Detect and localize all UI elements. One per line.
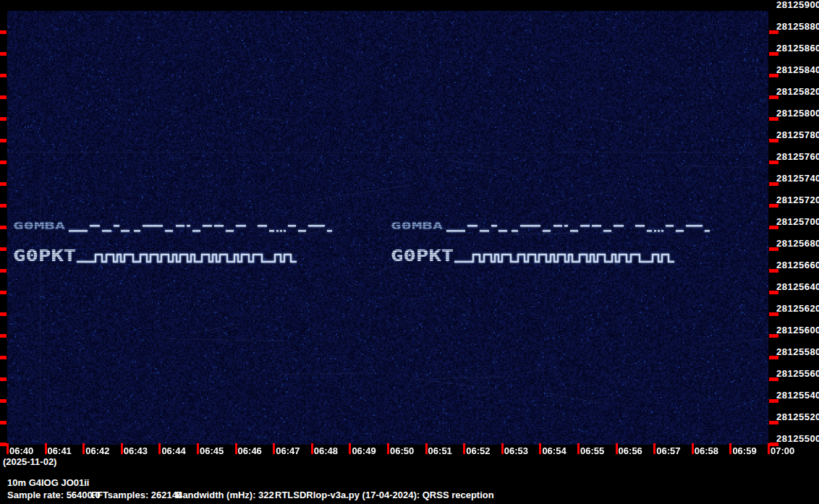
fft-samples-label: FFTsamples: 262144 (91, 490, 182, 500)
date-label: (2025-11-02) (3, 456, 56, 467)
time-tick (121, 443, 123, 454)
frequency-tick-label: 28125700 (776, 216, 819, 227)
frequency-tick-right (769, 117, 778, 121)
frequency-tick-right (769, 356, 778, 359)
frequency-tick-right (769, 161, 778, 164)
time-tick (7, 443, 9, 454)
frequency-tick-left (0, 161, 7, 164)
time-tick-label: 06:55 (580, 445, 604, 456)
time-tick (235, 443, 237, 454)
time-tick (45, 443, 47, 454)
frequency-tick-left (0, 377, 7, 381)
frequency-tick-left (0, 95, 7, 99)
frequency-tick-right (769, 182, 778, 186)
frequency-tick-right (769, 139, 778, 142)
time-tick (729, 443, 731, 454)
frequency-tick-left (0, 52, 7, 56)
frequency-tick-label: 28125820 (776, 86, 819, 97)
frequency-tick-right (769, 291, 778, 294)
time-tick (539, 443, 541, 454)
time-tick-label: 06:42 (85, 445, 109, 456)
frequency-tick-label: 28125880 (776, 21, 819, 32)
time-tick (577, 443, 580, 454)
time-tick (387, 443, 389, 454)
time-tick (425, 443, 428, 454)
frequency-tick-left (0, 312, 7, 316)
time-tick-label: 06:44 (161, 445, 185, 456)
frequency-tick-right (769, 30, 778, 34)
frequency-tick-right (769, 421, 778, 424)
time-tick-label: 06:48 (314, 445, 338, 456)
frequency-tick-label: 28125520 (776, 411, 819, 422)
frequency-tick-label: 28125760 (776, 151, 819, 162)
frequency-tick-left (0, 204, 7, 208)
frequency-tick-left (0, 139, 7, 142)
time-tick (463, 443, 465, 454)
time-tick-label: 06:53 (504, 445, 528, 456)
frequency-tick-right (769, 247, 778, 251)
frequency-tick-label: 28125800 (776, 108, 819, 119)
frequency-tick-right (769, 269, 778, 273)
frequency-tick-left (0, 443, 7, 446)
frequency-tick-label: 28125620 (776, 303, 819, 314)
bandwidth-label: Bandwidth (mHz): 322 (176, 490, 274, 500)
spectrogram-plot (7, 11, 768, 445)
time-tick-label: 06:51 (428, 445, 452, 456)
time-tick (768, 443, 770, 454)
time-tick (653, 443, 655, 454)
frequency-tick-label: 28125660 (776, 260, 819, 270)
time-tick (616, 443, 618, 454)
frequency-tick-right (769, 377, 778, 381)
frequency-tick-label: 28125900 (776, 0, 819, 10)
frequency-tick-label: 28125680 (776, 238, 819, 249)
time-tick-label: 06:47 (276, 445, 300, 456)
time-tick (197, 443, 199, 454)
frequency-tick-right (769, 204, 778, 208)
time-tick-label: 06:49 (352, 445, 375, 456)
frequency-tick-left (0, 399, 7, 403)
frequency-tick-left (0, 182, 7, 186)
frequency-tick-right (769, 312, 778, 316)
time-tick (501, 443, 504, 454)
station-info-label: 10m G4IOG JO01ii (7, 477, 89, 488)
time-tick (692, 443, 694, 454)
time-tick-label: 06:43 (124, 445, 148, 456)
frequency-tick-left (0, 30, 7, 34)
frequency-tick-left (0, 356, 7, 359)
frequency-tick-label: 28125540 (776, 390, 819, 401)
qrss-spectrogram-window: 2812590028125880281258602812584028125820… (0, 0, 819, 504)
frequency-tick-label: 28125640 (776, 281, 819, 292)
frequency-tick-label: 28125740 (776, 173, 819, 184)
frequency-tick-left (0, 291, 7, 294)
time-tick-label: 06:54 (542, 445, 566, 456)
frequency-tick-right (769, 52, 778, 56)
frequency-tick-label: 28125580 (776, 346, 819, 357)
frequency-tick-right (769, 74, 778, 77)
frequency-tick-left (0, 269, 7, 273)
time-tick-label: 06:46 (238, 445, 262, 456)
frequency-tick-label: 28125500 (776, 433, 819, 444)
time-tick-label: 06:40 (9, 445, 33, 456)
frequency-tick-right (769, 399, 778, 403)
frequency-tick-right (769, 95, 778, 99)
time-tick-label: 07:00 (771, 445, 794, 456)
time-tick-label: 06:41 (48, 445, 72, 456)
frequency-tick-left (0, 334, 7, 338)
frequency-tick-label: 28125560 (776, 368, 819, 379)
time-tick-label: 06:45 (200, 445, 224, 456)
time-tick (82, 443, 85, 454)
frequency-tick-label: 28125720 (776, 195, 819, 205)
frequency-tick-left (0, 117, 7, 121)
time-tick (158, 443, 161, 454)
frequency-tick-right (769, 334, 778, 338)
time-tick (273, 443, 275, 454)
time-tick-label: 06:52 (466, 445, 490, 456)
time-tick (311, 443, 313, 454)
frequency-tick-label: 28125840 (776, 64, 819, 75)
time-tick-label: 06:59 (732, 445, 756, 456)
frequency-tick-label: 28125780 (776, 129, 819, 140)
time-tick-label: 06:58 (695, 445, 718, 456)
sample-rate-label: Sample rate: 56400.0 (7, 490, 101, 500)
frequency-tick-left (0, 74, 7, 77)
time-tick (349, 443, 351, 454)
